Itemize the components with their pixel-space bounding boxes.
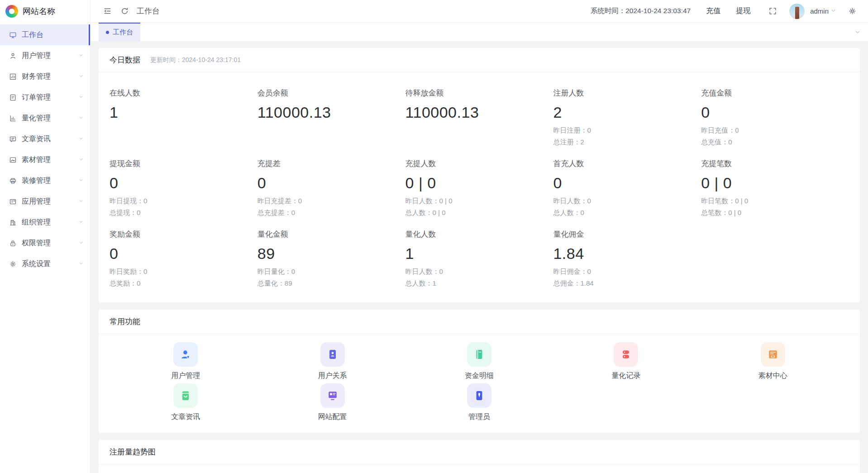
chevron-down-icon	[78, 52, 84, 60]
chevron-down-icon	[78, 239, 84, 247]
site-logo-icon	[5, 5, 18, 18]
app-window-icon	[9, 198, 17, 205]
system-time: 系统时间：2024-10-24 23:03:47	[591, 6, 691, 16]
sidebar-item-order-management[interactable]: 订单管理	[0, 87, 90, 108]
stat-recharge-withdraw-users: 充提人数 0 | 0 昨日人数：0 | 0 总人数：0 | 0	[405, 158, 553, 217]
app-header: 网站名称 工作台 系统时间：2024-10-24 23:03:47 充值 提现 …	[0, 0, 868, 23]
stat-member-balance: 会员余额 110000.13	[258, 88, 405, 147]
sidebar-item-label: 装修管理	[22, 176, 78, 186]
sidebar-item-decorate-management[interactable]: 装修管理	[0, 170, 90, 191]
tab-label: 工作台	[113, 28, 133, 37]
admin-badge-icon	[467, 383, 491, 408]
stat-label: 充提笔数	[701, 158, 849, 169]
refresh-icon[interactable]	[118, 5, 131, 18]
quant-record-icon	[614, 342, 638, 367]
finance-chart-icon	[9, 73, 17, 81]
decorate-icon	[9, 177, 17, 185]
stat-label: 提现金额	[110, 158, 258, 169]
quick-item-label: 资金明细	[465, 371, 494, 381]
quick-item-admin[interactable]: 管理员	[406, 383, 553, 422]
registration-trend-card: 注册量趋势图 注册量	[99, 440, 860, 473]
fullscreen-icon[interactable]	[766, 5, 779, 18]
chevron-down-icon	[78, 218, 84, 226]
settings-gear-icon[interactable]	[845, 5, 859, 18]
article-bubble-icon	[9, 135, 17, 143]
recharge-link[interactable]: 充值	[706, 6, 720, 16]
stat-recharge-withdraw-diff: 充提差 0 昨日充提差：0 总充提差：0	[258, 158, 405, 217]
collapse-menu-icon[interactable]	[100, 5, 114, 18]
stat-sub: 总奖励：0	[110, 279, 258, 288]
stat-sub: 总充值：0	[701, 138, 849, 147]
gear-icon	[9, 260, 17, 268]
sidebar-item-label: 应用管理	[22, 197, 78, 206]
stat-label: 量化金额	[258, 229, 405, 239]
avatar[interactable]	[789, 4, 805, 19]
organization-building-icon	[9, 219, 17, 226]
stat-label: 在线人数	[110, 88, 258, 98]
quick-item-funds-detail[interactable]: 资金明细	[406, 342, 553, 381]
stat-value: 0 | 0	[701, 174, 849, 192]
stat-value: 0	[110, 174, 258, 192]
tab-bar: 工作台	[91, 23, 868, 42]
username: admin	[810, 7, 829, 15]
brand: 网站名称	[0, 0, 91, 23]
sidebar-item-organization-management[interactable]: 组织管理	[0, 212, 90, 233]
stat-value: 89	[258, 245, 405, 263]
stat-sub: 总量化：89	[258, 279, 405, 288]
quick-item-article-news[interactable]: 文章资讯	[112, 383, 259, 422]
sidebar-item-permission-management[interactable]: 权限管理	[0, 233, 90, 253]
stat-sub: 总充提差：0	[258, 209, 405, 217]
stat-recharge-amount: 充值金额 0 昨日充值：0 总充值：0	[701, 88, 849, 147]
stat-value: 0	[553, 174, 701, 192]
user-manage-icon	[173, 342, 198, 367]
stat-value: 110000.13	[258, 104, 405, 121]
user-menu[interactable]: admin	[779, 4, 836, 19]
article-news-icon	[173, 383, 198, 408]
tab-actions-chevron-icon[interactable]	[847, 23, 868, 41]
quick-item-quant-record[interactable]: 量化记录	[553, 342, 699, 381]
quick-item-material-center[interactable]: 素材中心	[700, 342, 846, 381]
stat-value: 0	[258, 174, 405, 192]
sidebar-item-workbench[interactable]: 工作台	[0, 24, 90, 45]
lock-icon	[9, 239, 17, 247]
updated-time: 更新时间：2024-10-24 23:17:01	[150, 56, 241, 64]
quick-item-label: 管理员	[468, 412, 490, 422]
stat-value: 0	[110, 245, 258, 263]
quick-item-user-relation[interactable]: 用户关系	[259, 342, 405, 381]
chevron-down-icon	[78, 135, 84, 143]
sidebar-item-quant-management[interactable]: 量化管理	[0, 108, 90, 129]
sidebar-item-label: 系统设置	[22, 259, 78, 269]
breadcrumb: 工作台	[137, 6, 160, 16]
stat-sub: 昨日人数：0	[553, 197, 701, 205]
monitor-icon	[9, 31, 17, 39]
sidebar-item-system-settings[interactable]: 系统设置	[0, 253, 90, 274]
stat-sub: 总笔数：0 | 0	[701, 209, 849, 217]
stat-label: 注册人数	[553, 88, 701, 98]
stat-withdraw-amount: 提现金额 0 昨日提现：0 总提现：0	[110, 158, 258, 217]
chevron-down-icon	[830, 7, 836, 15]
stat-reward-amount: 奖励金额 0 昨日奖励：0 总奖励：0	[110, 229, 258, 288]
sidebar-item-article-news[interactable]: 文章资讯	[0, 129, 90, 149]
sidebar-item-finance-management[interactable]: 财务管理	[0, 66, 90, 87]
stat-sub: 总人数：0	[553, 209, 701, 217]
stat-label: 奖励金额	[110, 229, 258, 239]
order-document-icon	[9, 94, 17, 101]
stat-sub: 昨日笔数：0 | 0	[701, 197, 849, 205]
sidebar-item-label: 工作台	[22, 30, 84, 40]
sidebar-item-user-management[interactable]: 用户管理	[0, 45, 90, 66]
sidebar-item-app-management[interactable]: 应用管理	[0, 191, 90, 212]
chevron-down-icon	[78, 260, 84, 268]
stat-label: 首充人数	[553, 158, 701, 169]
withdraw-link[interactable]: 提现	[736, 6, 750, 16]
tab-workbench[interactable]: 工作台	[99, 23, 140, 41]
sidebar-item-material-management[interactable]: 素材管理	[0, 149, 90, 170]
stat-sub: 昨日人数：0 | 0	[405, 197, 553, 205]
stat-sub: 昨日提现：0	[110, 197, 258, 205]
stat-sub: 昨日奖励：0	[110, 268, 258, 276]
quick-item-label: 用户管理	[171, 371, 200, 381]
quant-bars-icon	[9, 115, 17, 122]
stat-pending-release: 待释放金额 110000.13	[405, 88, 553, 147]
quick-item-site-config[interactable]: 网站配置	[259, 383, 405, 422]
stats-grid: 在线人数 1 会员余额 110000.13 待释放金额 110000.13 注册…	[99, 72, 860, 302]
quick-item-user-management[interactable]: 用户管理	[112, 342, 259, 381]
